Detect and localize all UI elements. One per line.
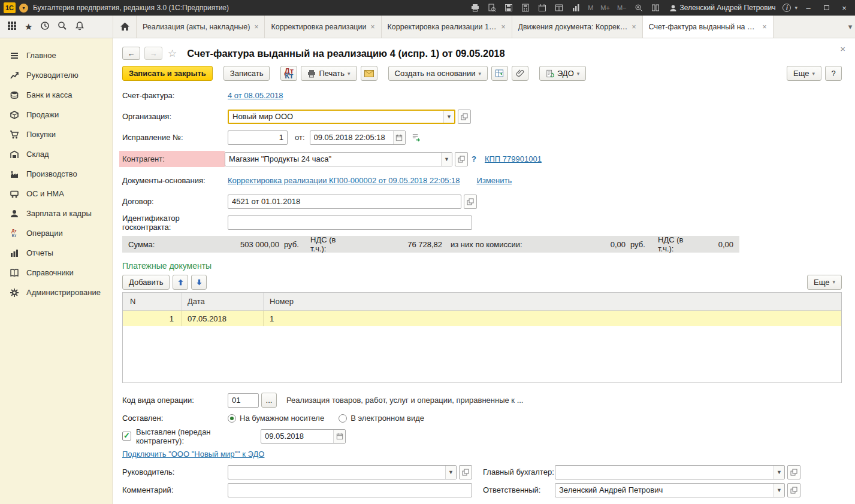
close-form-button[interactable]: × xyxy=(840,44,845,54)
counterparty-open-button[interactable] xyxy=(455,152,468,166)
contract-open-button[interactable] xyxy=(464,195,477,209)
tab-realizatsiya[interactable]: Реализация (акты, накладные)× xyxy=(137,16,265,38)
column-header-date[interactable]: Дата xyxy=(182,293,264,310)
sidebar-item-otchety[interactable]: Отчеты xyxy=(0,243,112,263)
close-tab-icon[interactable]: × xyxy=(763,23,767,31)
zoom-icon[interactable] xyxy=(632,2,645,14)
attachments-button[interactable] xyxy=(512,66,528,81)
maximize-button[interactable] xyxy=(819,2,833,14)
counterparty-input[interactable] xyxy=(225,153,441,166)
gov-contract-input[interactable] xyxy=(228,215,472,230)
current-user[interactable]: Зеленский Андрей Петрович xyxy=(669,4,776,12)
basis-document-link[interactable]: Корректировка реализации КП00-000002 от … xyxy=(228,176,460,185)
sidebar-item-spravochniki[interactable]: Справочники xyxy=(0,263,112,283)
edo-button[interactable]: ЭДО▾ xyxy=(539,66,586,81)
correction-number-input[interactable] xyxy=(228,130,288,145)
comment-input[interactable] xyxy=(228,483,472,497)
cell-number[interactable]: 1 xyxy=(264,311,841,326)
help-button[interactable]: ? xyxy=(825,66,842,81)
forward-button[interactable]: → xyxy=(144,47,162,60)
manager-field[interactable]: ▼ xyxy=(228,465,457,479)
more-button[interactable]: Еще▾ xyxy=(787,66,821,81)
add-row-button[interactable]: Добавить xyxy=(122,275,170,290)
tab-dvizheniya-dokumenta[interactable]: Движения документа: Корректиро...× xyxy=(512,16,643,38)
responsible-open-button[interactable] xyxy=(787,483,800,497)
notifications-bell-icon[interactable] xyxy=(75,21,84,32)
print-preview-icon[interactable] xyxy=(485,2,499,14)
panels-icon[interactable] xyxy=(649,2,662,14)
cell-date[interactable]: 07.05.2018 xyxy=(182,311,264,326)
move-up-button[interactable] xyxy=(173,275,188,290)
cell-n[interactable]: 1 xyxy=(123,311,182,326)
open-original-invoice-button[interactable] xyxy=(409,130,424,145)
radio-electronic[interactable] xyxy=(339,414,347,423)
chief-accountant-input[interactable] xyxy=(555,466,774,479)
calendar-icon[interactable] xyxy=(536,2,549,14)
sidebar-item-operatsii[interactable]: ДтКтОперации xyxy=(0,223,112,243)
correction-date-field[interactable] xyxy=(310,130,406,145)
memory-mplus-button[interactable]: M+ xyxy=(599,4,612,11)
calendar-picker-icon[interactable] xyxy=(333,430,345,443)
functions-menu-icon[interactable] xyxy=(7,21,17,32)
issued-checkbox[interactable]: ✓ xyxy=(122,432,131,441)
column-header-n[interactable]: N xyxy=(123,293,182,310)
dropdown-arrow-icon[interactable]: ▼ xyxy=(441,153,452,166)
dropdown-arrow-icon[interactable]: ▼ xyxy=(445,466,456,479)
sidebar-item-proizvodstvo[interactable]: Производство xyxy=(0,164,112,184)
close-tab-icon[interactable]: × xyxy=(501,23,506,31)
column-header-number[interactable]: Номер xyxy=(264,293,841,310)
memory-mminus-button[interactable]: M− xyxy=(615,4,629,11)
history-icon[interactable] xyxy=(40,21,50,32)
info-icon[interactable]: i xyxy=(783,4,791,12)
chart-board-icon[interactable] xyxy=(569,2,582,14)
invoice-link[interactable]: 4 от 08.05.2018 xyxy=(228,91,283,100)
manager-input[interactable] xyxy=(228,466,445,479)
close-tab-icon[interactable]: × xyxy=(371,23,375,31)
favorites-star-icon[interactable]: ★ xyxy=(25,22,32,31)
dropdown-arrow-icon[interactable]: ▼ xyxy=(774,466,784,479)
contract-field[interactable] xyxy=(228,195,461,209)
save-button[interactable]: Записать xyxy=(223,66,270,81)
minimize-button[interactable]: – xyxy=(801,2,815,14)
organization-input[interactable] xyxy=(229,111,443,123)
responsible-field[interactable]: ▼ xyxy=(555,483,785,497)
document-structure-button[interactable] xyxy=(491,66,508,81)
dropdown-arrow-icon[interactable]: ▼ xyxy=(774,484,784,497)
manager-open-button[interactable] xyxy=(459,465,472,479)
create-based-on-button[interactable]: Создать на основании▾ xyxy=(388,66,488,81)
issued-date-field[interactable] xyxy=(261,429,346,444)
payments-table[interactable]: N Дата Номер 1 07.05.2018 1 xyxy=(122,292,842,383)
main-menu-button[interactable]: ▾ xyxy=(19,4,28,13)
memory-m-button[interactable]: M xyxy=(586,4,595,11)
radio-paper[interactable] xyxy=(228,414,236,423)
sidebar-item-pokupki[interactable]: Покупки xyxy=(0,125,112,144)
op-code-browse-button[interactable]: ... xyxy=(261,393,277,408)
organization-field[interactable]: ▼ xyxy=(228,110,455,124)
calculator-icon[interactable] xyxy=(519,2,532,14)
sidebar-item-administrirovanie[interactable]: Администрирование xyxy=(0,283,112,302)
table-row[interactable]: 1 07.05.2018 1 xyxy=(123,311,841,326)
counterparty-help-link[interactable]: ? xyxy=(472,154,476,163)
save-and-close-button[interactable]: Записать и закрыть xyxy=(122,66,213,81)
dropdown-arrow-icon[interactable]: ▼ xyxy=(443,111,454,123)
chief-accountant-open-button[interactable] xyxy=(787,465,800,479)
basis-change-link[interactable]: Изменить xyxy=(477,176,512,185)
home-button[interactable] xyxy=(113,16,137,38)
correction-date-input[interactable] xyxy=(310,131,393,144)
table-board-icon[interactable] xyxy=(552,2,566,14)
dt-kt-button[interactable]: ДтКт xyxy=(280,66,297,81)
op-code-input[interactable] xyxy=(228,393,259,408)
print-button[interactable]: Печать▾ xyxy=(301,66,356,81)
close-tab-icon[interactable]: × xyxy=(632,23,636,31)
move-down-button[interactable] xyxy=(191,275,207,290)
calendar-picker-icon[interactable] xyxy=(393,131,405,144)
close-window-button[interactable]: × xyxy=(837,2,851,14)
print-icon[interactable] xyxy=(469,2,482,14)
search-icon[interactable] xyxy=(58,21,67,32)
responsible-input[interactable] xyxy=(555,484,774,497)
kpp-link[interactable]: КПП 779901001 xyxy=(485,154,542,163)
contract-input[interactable] xyxy=(228,195,461,208)
sidebar-item-rukovoditelyu[interactable]: Руководителю xyxy=(0,65,112,85)
counterparty-field[interactable]: ▼ xyxy=(225,152,452,166)
tab-schet-faktura[interactable]: Счет-фактура выданный на реализ...× xyxy=(643,16,774,38)
